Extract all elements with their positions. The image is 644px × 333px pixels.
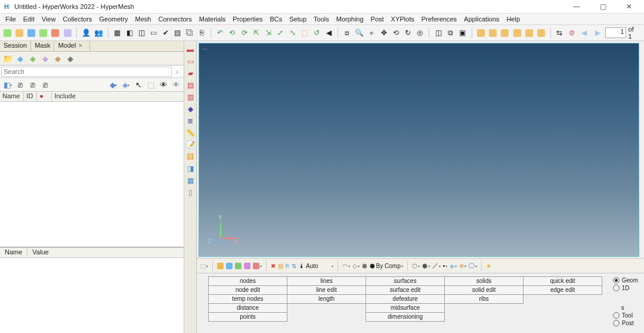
prev-view-icon[interactable]: ◀ [324,27,333,39]
panel-solid-edit[interactable]: solid edit [444,285,524,295]
grid-icon[interactable]: ▤ [173,27,182,39]
edge-icon[interactable]: ／▾ [432,262,441,270]
copy-icon[interactable]: ⧉ [445,27,455,39]
page5-icon[interactable] [524,27,534,39]
rect-icon[interactable]: ▭ [148,27,158,39]
tab-close-icon[interactable]: × [78,42,82,49]
solid-icon[interactable]: ⬢▾ [422,263,430,269]
prop-col-value[interactable]: Value [27,248,53,257]
panel-dimensioning[interactable]: dimensioning [366,312,445,322]
panel-surfaces[interactable]: surfaces [366,276,445,286]
panel-solids[interactable]: solids [444,276,524,286]
center-icon[interactable]: ◎ [415,27,425,39]
menu-bcs[interactable]: BCs [267,15,286,23]
menu-preferences[interactable]: Preferences [419,15,460,23]
radio-s[interactable]: s [613,304,638,311]
rotate-icon[interactable]: ⟲ [391,27,401,39]
menu-edit[interactable]: Edit [20,15,38,23]
page-prev-button[interactable]: ◀ [579,27,590,39]
organize-icon[interactable]: ⎘ [286,263,289,269]
panel-ribs[interactable]: ribs [444,294,524,304]
bycomp-button[interactable]: ⬢ By Comp▾ [370,263,403,269]
v-results-icon[interactable]: ▥ [185,92,195,102]
entity-select-icon[interactable]: ⬚▾ [200,263,208,269]
filter2-icon[interactable]: ⎚ [27,79,38,90]
filter3-icon[interactable]: ⎚ [40,79,51,90]
panel-distance[interactable]: distance [208,303,287,313]
menu-materials[interactable]: Materials [196,15,229,23]
menu-setup[interactable]: Setup [286,15,309,23]
v-model-icon[interactable]: ▤ [185,80,195,90]
undo-icon[interactable]: ↶ [215,27,225,39]
disp-load-icon[interactable]: ▾ [253,263,262,269]
set-icon[interactable]: ◆ [65,53,76,64]
radio-geom[interactable]: Geom [613,277,638,284]
menu-tools[interactable]: Tools [311,15,332,23]
panel-line-edit[interactable]: line edit [287,285,366,295]
panel-surface-edit[interactable]: surface edit [366,285,445,295]
menu-connectors[interactable]: Connectors [155,15,194,23]
close-button[interactable]: ✕ [621,2,637,11]
menu-properties[interactable]: Properties [230,15,265,23]
cancel-icon[interactable]: ⊘ [567,27,577,39]
v-measure-icon[interactable]: 📏 [185,128,195,138]
panel-temp-nodes[interactable]: temp nodes [208,294,287,304]
v-vector-icon[interactable]: ≣ [185,116,195,126]
shade-icon[interactable]: ◠▾ [342,263,350,269]
eye-hide-icon[interactable]: 👁 [171,79,181,90]
card-icon[interactable]: ▤ [278,263,283,269]
wireframe-icon[interactable]: ⬡▾ [412,263,420,269]
sel-icon[interactable]: ⬚ [145,79,156,90]
col-name[interactable]: Name [0,92,23,101]
panel-nodes[interactable]: nodes [208,276,287,286]
zoom-icon[interactable]: 🔍 [354,27,364,39]
auto-button[interactable]: 🌡 Auto▾ [299,263,333,269]
v-section-icon[interactable]: ◨ [185,164,195,173]
team-icon[interactable]: 👥 [94,27,104,39]
spin-icon[interactable]: ↻ [403,27,413,39]
disp-assy-icon[interactable] [244,263,250,269]
zoom-window-icon[interactable]: ⧈ [342,27,352,39]
favorite-icon[interactable]: ★ [486,263,491,269]
panel-length[interactable]: length [287,294,366,304]
apply-icon[interactable]: ✔ [161,27,171,39]
menu-post[interactable]: Post [368,15,387,23]
hide-icon[interactable]: ◈▾ [120,79,131,90]
col-id[interactable]: ID [23,92,36,101]
page1-icon[interactable] [476,27,485,39]
user-icon[interactable]: 👤 [81,27,91,39]
delete-icon[interactable]: ✖ [271,263,275,269]
v-solid-icon[interactable]: ▬ [185,45,195,54]
panel-midsurface[interactable]: midsurface [366,303,445,313]
load-icon[interactable] [63,27,72,39]
eye-show-icon[interactable]: 👁 [158,79,169,90]
filter1-icon[interactable]: ⎚ [15,79,26,90]
menu-mesh[interactable]: Mesh [132,15,154,23]
page6-icon[interactable] [536,27,546,39]
clip-icon[interactable]: ◫ [434,27,443,39]
page-next-button[interactable]: ▶ [592,27,603,39]
tab-session[interactable]: Session [0,41,31,51]
page-number-input[interactable]: 1 [605,27,626,38]
panel-quick-edit[interactable]: quick edit [523,276,602,286]
tree-body[interactable] [0,102,184,247]
graphics-viewport[interactable]: .... Y X Z [199,43,639,257]
col-include[interactable]: Include [51,92,79,101]
sync-icon[interactable]: ⇆ [555,27,564,39]
v-image-icon[interactable]: 🖼 [185,152,195,161]
tab-mask[interactable]: Mask [31,41,54,51]
screenshot-icon[interactable]: ▣ [457,27,467,39]
window-icon[interactable]: ▦ [113,27,122,39]
flip-icon[interactable]: ↺ [312,27,321,39]
search-input[interactable] [1,67,172,77]
prop-col-name[interactable]: Name [0,248,27,257]
page4-icon[interactable] [512,27,522,39]
minimize-button[interactable]: — [569,2,584,11]
search-go-icon[interactable]: › [172,68,182,75]
page3-icon[interactable] [500,27,510,39]
point-icon[interactable]: •▾ [443,263,448,269]
export-icon[interactable] [51,27,60,39]
menu-help[interactable]: Help [503,15,523,23]
v-plot-icon[interactable]: ▦ [185,176,195,185]
lock-icon[interactable]: ⎘ [197,27,206,39]
